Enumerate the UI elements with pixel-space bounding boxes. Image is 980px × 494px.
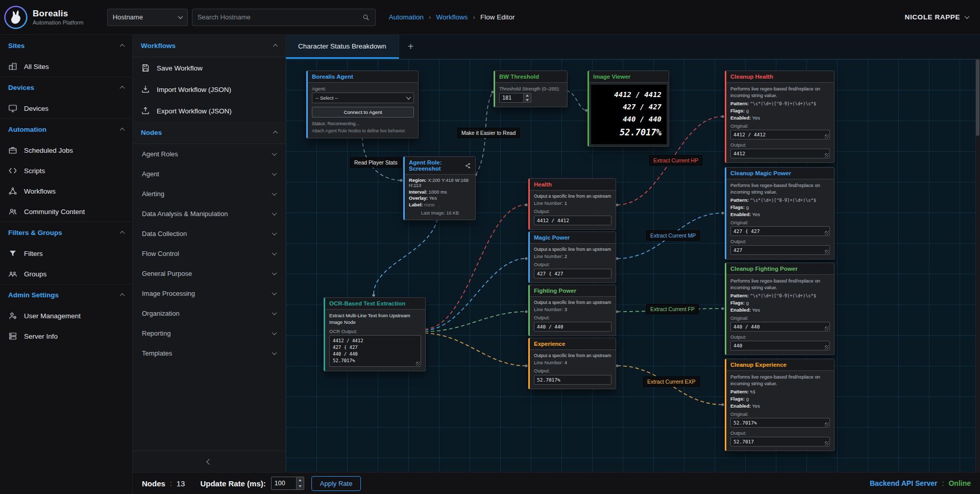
node-cleanup-health[interactable]: Cleanup Health Performs live regex-based…: [725, 70, 835, 163]
node-borealis-agent[interactable]: Borealis Agent Agent: -- Select -- Conne…: [306, 70, 419, 138]
node-category-organization[interactable]: Organization: [133, 303, 285, 323]
tab-character-status-breakdown[interactable]: Character Status Breakdown: [286, 35, 399, 59]
output-field[interactable]: [534, 322, 611, 332]
node-ocr-text-extraction[interactable]: OCR-Based Text Extraction Extract Multi-…: [324, 297, 426, 371]
flow-canvas[interactable]: Read Player Stats Make it Easier to Read…: [286, 59, 980, 472]
node-category-alerting[interactable]: Alerting: [133, 184, 285, 204]
canvas-scrollbar[interactable]: [975, 59, 980, 472]
node-category-agent[interactable]: Agent: [133, 164, 285, 184]
node-header[interactable]: OCR-Based Text Extraction: [325, 298, 425, 310]
search-input[interactable]: [198, 13, 362, 21]
resize-handle[interactable]: [825, 441, 829, 445]
user-menu[interactable]: NICOLE RAPPE: [905, 13, 969, 21]
node-category-templates[interactable]: Templates: [133, 343, 285, 363]
node-header[interactable]: Cleanup Experience: [726, 359, 834, 371]
panel-section-workflows[interactable]: Workflows: [133, 35, 285, 57]
original-field[interactable]: 427 { 427: [730, 226, 830, 236]
spinner-up-icon[interactable]: [297, 477, 304, 483]
sidebar-item-community-content[interactable]: Community Content: [0, 201, 132, 222]
node-category-agent-roles[interactable]: Agent Roles: [133, 144, 285, 164]
hostname-dropdown[interactable]: Hostname: [107, 9, 188, 26]
original-field[interactable]: 4412 / 4412: [730, 130, 830, 139]
node-health[interactable]: Health Output a specific line from an up…: [528, 178, 616, 230]
sidebar-section-sites[interactable]: Sites: [0, 35, 132, 56]
sidebar-item-scheduled-jobs[interactable]: Scheduled Jobs: [0, 140, 132, 160]
original-field[interactable]: 52.7017%: [730, 418, 830, 428]
scrollbar-thumb[interactable]: [976, 59, 979, 136]
node-experience[interactable]: Experience Output a specific line from a…: [528, 338, 616, 389]
node-image-viewer[interactable]: Image Viewer 4412 / 4412 427 / 427 440 /…: [587, 70, 669, 147]
connect-to-agent-button[interactable]: Connect to Agent: [312, 107, 414, 117]
breadcrumb-workflows[interactable]: Workflows: [436, 13, 468, 21]
collapse-panel-button[interactable]: [133, 451, 285, 472]
node-header[interactable]: BW Threshold: [495, 71, 567, 83]
original-field[interactable]: 440 / 440: [730, 322, 830, 332]
spinner-down-icon[interactable]: [297, 483, 304, 489]
node-header[interactable]: Experience: [530, 338, 616, 350]
agent-select[interactable]: -- Select --: [312, 92, 414, 103]
node-header[interactable]: Cleanup Magic Power: [726, 168, 834, 179]
node-category-reporting[interactable]: Reporting: [133, 323, 285, 343]
sidebar-item-filters[interactable]: Filters: [0, 243, 132, 264]
sidebar-item-all-sites[interactable]: All Sites: [0, 56, 132, 77]
hostname-search[interactable]: [192, 9, 376, 26]
resize-handle[interactable]: [825, 231, 829, 235]
node-header[interactable]: Health: [530, 179, 616, 191]
node-category-image-processing[interactable]: Image Processing: [133, 284, 285, 303]
save-workflow-button[interactable]: Save Workflow: [133, 57, 285, 79]
node-cleanup-fighting-power[interactable]: Cleanup Fighting Power Performs live reg…: [725, 263, 835, 355]
threshold-input[interactable]: [500, 93, 523, 102]
sidebar-item-server-info[interactable]: Server Info: [0, 326, 132, 346]
node-header[interactable]: Magic Power: [530, 232, 616, 244]
sidebar-item-user-management[interactable]: User Management: [0, 305, 132, 326]
resize-handle[interactable]: [825, 326, 829, 331]
spinner-down-icon[interactable]: [524, 98, 531, 103]
node-category-general-purpose[interactable]: General Purpose: [133, 264, 285, 284]
resize-handle[interactable]: [416, 362, 420, 366]
apply-rate-button[interactable]: Apply Rate: [311, 476, 361, 491]
share-icon[interactable]: [464, 162, 471, 169]
panel-section-nodes[interactable]: Nodes: [133, 122, 285, 144]
sidebar-item-scripts[interactable]: Scripts: [0, 160, 132, 181]
node-header[interactable]: Borealis Agent: [308, 71, 418, 83]
spinner-up-icon[interactable]: [524, 93, 531, 98]
node-fighting-power[interactable]: Fighting Power Output a specific line fr…: [528, 285, 616, 336]
sidebar-section-devices[interactable]: Devices: [0, 77, 132, 98]
node-category-data-analysis[interactable]: Data Analysis & Manipulation: [133, 204, 285, 224]
output-field[interactable]: 427: [730, 245, 830, 255]
export-workflow-button[interactable]: Export Workflow (JSON): [133, 100, 285, 122]
ocr-output-textarea[interactable]: 4412 / 4412 427 { 427 440 / 440 52.7017%: [329, 335, 421, 367]
node-cleanup-experience[interactable]: Cleanup Experience Performs live regex-b…: [725, 359, 835, 451]
resize-handle[interactable]: [825, 134, 829, 138]
node-category-flow-control[interactable]: Flow Control: [133, 244, 285, 264]
output-field[interactable]: [534, 375, 611, 385]
sidebar-section-automation[interactable]: Automation: [0, 119, 132, 140]
node-magic-power[interactable]: Magic Power Output a specific line from …: [528, 231, 616, 283]
node-category-data-collection[interactable]: Data Collection: [133, 224, 285, 244]
add-tab-button[interactable]: +: [399, 35, 423, 59]
node-header[interactable]: Cleanup Health: [726, 71, 834, 83]
node-header[interactable]: Agent Role: Screenshot: [405, 157, 475, 175]
update-rate-input[interactable]: [272, 477, 296, 489]
output-field[interactable]: [534, 216, 611, 225]
node-bw-threshold[interactable]: BW Threshold Threshold Strength (0–255):: [494, 70, 568, 107]
node-header[interactable]: Fighting Power: [530, 285, 616, 297]
output-field[interactable]: [534, 269, 611, 278]
resize-handle[interactable]: [825, 250, 829, 254]
import-workflow-button[interactable]: Import Workflow (JSON): [133, 79, 285, 100]
resize-handle[interactable]: [825, 153, 829, 157]
sidebar-section-filters-groups[interactable]: Filters & Groups: [0, 222, 132, 243]
node-agent-role-screenshot[interactable]: Agent Role: Screenshot Region: X:200 Y:4…: [403, 156, 476, 220]
sidebar-item-groups[interactable]: Groups: [0, 264, 132, 284]
sidebar-item-devices[interactable]: Devices: [0, 98, 132, 119]
resize-handle[interactable]: [825, 345, 829, 349]
node-cleanup-magic-power[interactable]: Cleanup Magic Power Performs live regex-…: [725, 167, 835, 260]
output-field[interactable]: 440: [730, 341, 830, 350]
node-header[interactable]: Image Viewer: [589, 71, 669, 83]
sidebar-section-admin-settings[interactable]: Admin Settings: [0, 284, 132, 305]
breadcrumb-automation[interactable]: Automation: [389, 13, 424, 21]
output-field[interactable]: 4412: [730, 149, 830, 158]
resize-handle[interactable]: [825, 422, 829, 427]
sidebar-item-workflows[interactable]: Workflows: [0, 181, 132, 201]
node-header[interactable]: Cleanup Fighting Power: [726, 263, 834, 275]
